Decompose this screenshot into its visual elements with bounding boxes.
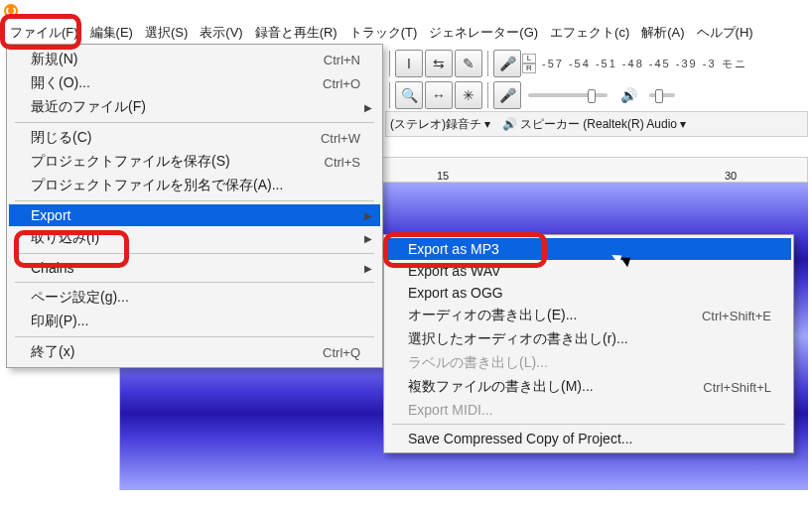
tool-row-2: 🔍 ↔ ✳ 🎤 🔊 — [385, 79, 808, 111]
export-submenu: Export as MP3 Export as WAV Export as OG… — [383, 234, 794, 453]
export-mp3[interactable]: Export as MP3 — [386, 238, 791, 260]
file-menu-new[interactable]: 新規(N)Ctrl+N — [9, 48, 380, 71]
app-icon — [4, 4, 18, 18]
file-menu-close[interactable]: 閉じる(C)Ctrl+W — [9, 126, 380, 150]
file-menu-open[interactable]: 開く(O)...Ctrl+O — [9, 71, 380, 95]
menu-bar: ファイル(F) 編集(E) 選択(S) 表示(V) 録音と再生(R) トラック(… — [0, 22, 812, 44]
file-menu-save[interactable]: プロジェクトファイルを保存(S)Ctrl+S — [9, 150, 380, 174]
ruler-tick-30: 30 — [725, 170, 737, 182]
file-menu-exit[interactable]: 終了(x)Ctrl+Q — [9, 340, 380, 364]
rec-device-label: (ステレオ)録音チ — [390, 116, 481, 133]
export-selection[interactable]: 選択したオーディオの書き出し(r)... — [386, 327, 791, 351]
export-wav[interactable]: Export as WAV — [386, 260, 791, 282]
envelope-tool-icon[interactable]: ⇆ — [425, 50, 453, 77]
menu-tracks[interactable]: トラック(T) — [343, 22, 424, 44]
play-mic-icon[interactable]: 🎤 — [493, 81, 521, 109]
tool-row-1: I ⇆ ✎ 🎤 L R -57 -54 -51 -48 -45 -39 -3 モ… — [385, 48, 808, 79]
export-multiple[interactable]: 複数ファイルの書き出し(M)...Ctrl+Shift+L — [386, 375, 791, 399]
ruler-tick-15: 15 — [437, 170, 449, 182]
draw-tool-icon[interactable]: ✎ — [455, 50, 482, 77]
file-menu-chains[interactable]: Chains — [9, 257, 380, 279]
file-menu: 新規(N)Ctrl+N 開く(O)...Ctrl+O 最近のファイル(F) 閉じ… — [6, 44, 383, 368]
menu-edit[interactable]: 編集(E) — [84, 22, 139, 44]
device-toolbar: (ステレオ)録音チ ▾ 🔊 スピーカー (Realtek(R) Audio ▾ — [385, 111, 808, 137]
zoom-tool-icon[interactable]: 🔍 — [395, 81, 423, 109]
export-ogg[interactable]: Export as OGG — [386, 282, 791, 304]
speaker-icon: 🔊 — [614, 81, 642, 109]
playback-speaker-icon: 🔊 — [502, 117, 517, 131]
menu-analyze[interactable]: 解析(A) — [635, 22, 690, 44]
play-volume-slider[interactable] — [649, 93, 675, 97]
menu-view[interactable]: 表示(V) — [194, 22, 248, 44]
toolbar-area: I ⇆ ✎ 🎤 L R -57 -54 -51 -48 -45 -39 -3 モ… — [385, 48, 808, 137]
menu-generate[interactable]: ジェネレーター(G) — [423, 22, 544, 44]
selection-tool-icon[interactable]: I — [395, 50, 423, 77]
timeshift-tool-icon[interactable]: ↔ — [425, 81, 453, 109]
file-menu-pagesetup[interactable]: ページ設定(g)... — [9, 286, 380, 310]
export-labels: ラベルの書き出し(L)... — [386, 351, 791, 375]
rec-mic-icon[interactable]: 🎤 — [493, 50, 521, 77]
meter-r: R — [522, 63, 536, 73]
file-menu-import[interactable]: 取り込み(I) — [9, 226, 380, 250]
export-compressed[interactable]: Save Compressed Copy of Project... — [386, 428, 791, 449]
menu-transport[interactable]: 録音と再生(R) — [249, 22, 343, 44]
file-menu-print[interactable]: 印刷(P)... — [9, 310, 380, 333]
rec-meter-scale: -57 -54 -51 -48 -45 -39 -3 モニ — [542, 57, 747, 71]
rec-volume-slider[interactable] — [528, 93, 608, 97]
menu-help[interactable]: ヘルプ(H) — [691, 22, 759, 44]
file-menu-export[interactable]: Export — [9, 204, 380, 226]
play-device-label[interactable]: スピーカー (Realtek(R) Audio — [520, 116, 677, 133]
file-menu-saveas[interactable]: プロジェクトファイルを別名で保存(A)... — [9, 174, 380, 197]
title-bar — [0, 0, 812, 22]
menu-effect[interactable]: エフェクト(c) — [544, 22, 635, 44]
menu-file[interactable]: ファイル(F) — [4, 22, 84, 44]
meter-l: L — [522, 54, 536, 63]
multitool-icon[interactable]: ✳ — [455, 81, 482, 109]
export-midi: Export MIDI... — [386, 399, 791, 421]
file-menu-recent[interactable]: 最近のファイル(F) — [9, 95, 380, 119]
menu-select[interactable]: 選択(S) — [139, 22, 194, 44]
export-audio[interactable]: オーディオの書き出し(E)...Ctrl+Shift+E — [386, 304, 791, 327]
